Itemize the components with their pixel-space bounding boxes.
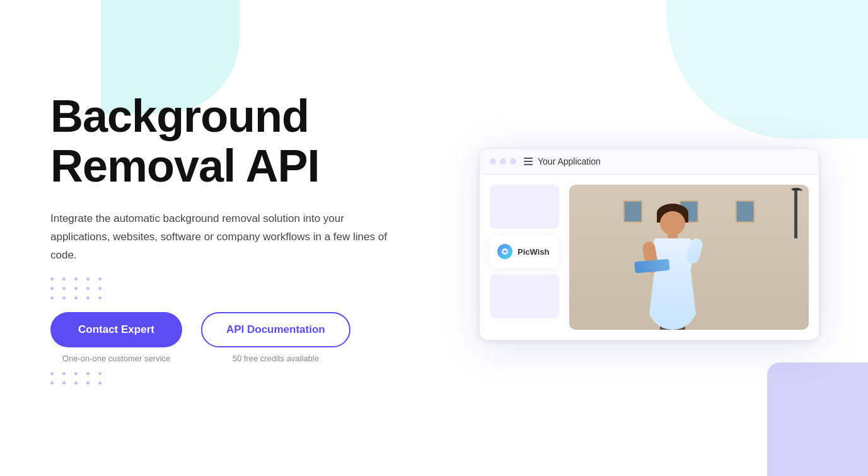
lamp-head <box>790 188 802 194</box>
person-head <box>660 211 685 235</box>
browser-control-dots <box>490 158 516 165</box>
dot <box>62 381 66 385</box>
dot <box>98 381 101 385</box>
api-documentation-button[interactable]: API Documentation <box>201 312 350 347</box>
dot <box>74 372 78 375</box>
page-title: Background Removal API <box>50 91 479 191</box>
dot <box>86 296 90 299</box>
dot <box>62 296 66 299</box>
dot <box>74 287 78 290</box>
dot <box>86 372 90 375</box>
sidebar-card-picwish: PicWish <box>490 235 559 268</box>
picwish-logo <box>497 244 512 259</box>
dot <box>62 287 66 290</box>
left-content: Background Removal API Integrate the aut… <box>50 91 479 397</box>
dot <box>74 381 78 385</box>
dot <box>62 372 66 375</box>
browser-body: PicWish <box>480 175 819 340</box>
main-image-area <box>569 185 809 330</box>
dot-row-5 <box>50 381 479 385</box>
api-subtext: 50 free credits available <box>233 354 319 363</box>
browser-app-title-area: Your Application <box>524 156 601 166</box>
hero-photo <box>569 185 809 330</box>
browser-dot-3 <box>510 158 516 165</box>
dot <box>74 296 78 299</box>
picwish-label: PicWish <box>518 247 549 257</box>
browser-titlebar: Your Application <box>480 149 819 175</box>
dot-row-1 <box>50 277 479 281</box>
dot <box>74 277 78 281</box>
dot <box>50 277 54 281</box>
dot-pattern-top <box>50 277 479 299</box>
app-title-text: Your Application <box>538 156 601 166</box>
dot <box>98 372 101 375</box>
dot <box>50 287 54 290</box>
dot <box>86 277 90 281</box>
dot <box>86 381 90 385</box>
buttons-row: Contact Expert One-on-one customer servi… <box>50 312 479 363</box>
contact-expert-button[interactable]: Contact Expert <box>50 312 182 347</box>
sidebar-panel: PicWish <box>490 185 559 330</box>
hamburger-icon <box>524 158 533 165</box>
contact-btn-group: Contact Expert One-on-one customer servi… <box>50 312 182 363</box>
api-btn-group: API Documentation 50 free credits availa… <box>201 312 350 363</box>
sidebar-card-empty-bottom <box>490 274 559 318</box>
facade-window-1 <box>623 200 642 223</box>
right-content: Your Application PicWish <box>479 148 845 340</box>
dot <box>50 381 54 385</box>
browser-window: Your Application PicWish <box>479 148 819 340</box>
person-figure <box>641 204 704 330</box>
dot <box>98 277 101 281</box>
dot <box>50 296 54 299</box>
dot <box>62 277 66 281</box>
browser-dot-1 <box>490 158 496 165</box>
person-skirt <box>647 267 698 330</box>
contact-subtext: One-on-one customer service <box>62 354 170 363</box>
dot-row-3 <box>50 296 479 299</box>
hero-description: Integrate the automatic background remov… <box>50 210 403 265</box>
browser-dot-2 <box>500 158 506 165</box>
dot <box>98 296 101 299</box>
dot-pattern-bottom <box>50 372 479 385</box>
lamp-post <box>794 188 797 238</box>
dot-row-4 <box>50 372 479 375</box>
main-container: Background Removal API Integrate the aut… <box>0 0 868 476</box>
dot <box>98 287 101 290</box>
facade-window-3 <box>736 200 755 223</box>
dot <box>86 287 90 290</box>
dot <box>50 372 54 375</box>
sidebar-card-empty-top <box>490 185 559 229</box>
dot-row-2 <box>50 287 479 290</box>
